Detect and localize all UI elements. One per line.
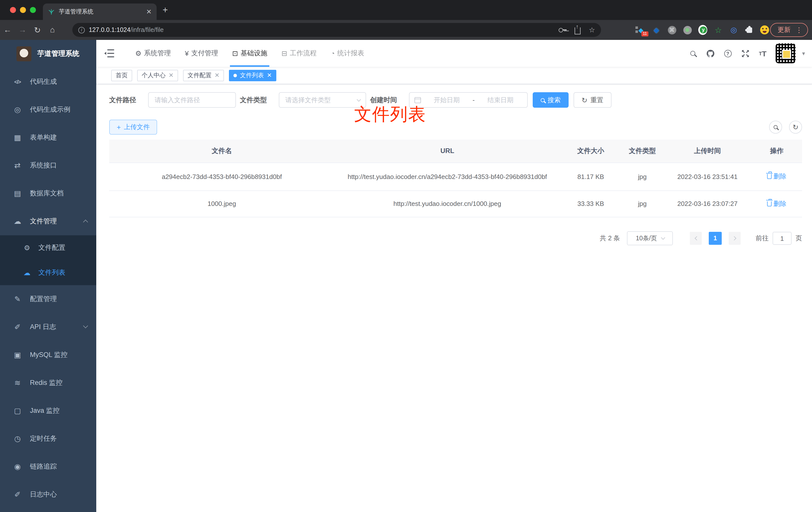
pie-chart-icon: ◔ xyxy=(331,49,335,57)
upload-file-button[interactable]: + 上传文件 xyxy=(109,120,157,134)
search-button[interactable]: 搜索 xyxy=(533,92,569,108)
browser-tab-title: 芋道管理系统 xyxy=(59,8,142,16)
extension-y-icon[interactable] xyxy=(698,25,707,34)
top-nav-payment[interactable]: ¥支付管理 xyxy=(178,40,225,67)
extension-diamond-icon[interactable]: ◆ 11 xyxy=(636,25,645,34)
close-icon[interactable]: ✕ xyxy=(267,72,272,78)
password-key-icon[interactable] xyxy=(559,28,567,32)
cell-file-url: http://test.yudao.iocoder.cn/1000.jpeg xyxy=(335,199,560,209)
close-icon[interactable]: ✕ xyxy=(214,72,220,78)
fullscreen-icon[interactable] xyxy=(741,49,750,58)
site-info-icon[interactable]: i xyxy=(78,27,85,33)
avatar[interactable] xyxy=(776,43,795,63)
extension-command-icon[interactable]: ⌘ xyxy=(667,25,676,34)
sidebar-item-form-builder[interactable]: ▦表单构建 xyxy=(0,124,96,152)
sidebar-item-trace[interactable]: ◉链路追踪 xyxy=(0,453,96,481)
zoom-window-button[interactable] xyxy=(30,7,36,13)
sidebar-item-config-management[interactable]: ✎配置管理 xyxy=(0,285,96,313)
tag-file-list[interactable]: 文件列表✕ xyxy=(229,69,276,81)
browser-update-button[interactable]: 更新 ⋮ xyxy=(770,23,808,37)
address-bar[interactable]: i 127.0.0.1:1024 /infra/file/file ☆ xyxy=(72,23,601,37)
extensions-puzzle-icon[interactable] xyxy=(745,25,754,34)
app-logo[interactable]: 芋道管理系统 xyxy=(0,40,96,68)
profile-emoji-icon[interactable] xyxy=(760,25,769,34)
browser-tabstrip: 芋道管理系统 ✕ + xyxy=(0,0,812,20)
extension-gem-icon[interactable]: ◆ xyxy=(652,25,661,34)
extension-star-icon[interactable]: ☆ xyxy=(714,25,723,34)
file-type-select[interactable]: 请选择文件类型 xyxy=(279,92,366,108)
extensions-area: ◆ 11 ◆ ⌘ ☆ ◎ xyxy=(636,20,769,40)
sidebar-item-file-list[interactable]: ☁文件列表 xyxy=(0,260,96,285)
reload-icon[interactable]: ↻ xyxy=(30,25,45,35)
reset-button[interactable]: ↻ 重置 xyxy=(574,92,611,108)
sidebar-item-code-generation[interactable]: </>代码生成 xyxy=(0,68,96,96)
next-page-button[interactable] xyxy=(729,232,741,245)
sidebar-item-file-management[interactable]: ☁文件管理 xyxy=(0,207,96,235)
chevron-left-icon xyxy=(695,236,699,241)
table-row: a294ecb2-73dd-4353-bf40-296b8931d0bf htt… xyxy=(109,162,802,190)
gear-icon: ⚙ xyxy=(23,244,31,252)
current-page-button[interactable]: 1 xyxy=(709,232,722,245)
timer-icon: ◷ xyxy=(13,434,22,443)
tag-home[interactable]: 首页 xyxy=(111,69,132,81)
delete-button[interactable]: 删除 xyxy=(767,198,787,209)
extension-eye-icon[interactable]: ◎ xyxy=(729,25,738,34)
plus-icon: + xyxy=(117,124,121,131)
goto-page-input[interactable] xyxy=(773,232,791,245)
start-date-placeholder[interactable]: 开始日期 xyxy=(425,95,469,104)
update-label: 更新 xyxy=(778,25,790,34)
github-icon[interactable] xyxy=(706,49,715,58)
sidebar-item-scheduled-tasks[interactable]: ◷定时任务 xyxy=(0,425,96,453)
header-search-icon[interactable] xyxy=(688,49,697,58)
end-date-placeholder[interactable]: 结束日期 xyxy=(478,95,522,104)
prev-page-button[interactable] xyxy=(690,232,702,245)
avatar-caret-icon[interactable]: ▼ xyxy=(801,51,806,56)
file-path-label: 文件路径 xyxy=(109,95,136,104)
date-range-picker[interactable]: 开始日期 - 结束日期 xyxy=(409,92,528,108)
sidebar-item-file-config[interactable]: ⚙文件配置 xyxy=(0,235,96,260)
document-edit-icon: ✐ xyxy=(13,323,22,332)
new-tab-button[interactable]: + xyxy=(163,5,168,14)
search-icon xyxy=(774,125,778,129)
top-nav-workflow[interactable]: ⊟工作流程 xyxy=(274,40,323,67)
help-icon[interactable]: ? xyxy=(723,49,732,58)
top-nav-infrastructure[interactable]: ⊡基础设施 xyxy=(225,40,274,67)
toggle-search-button[interactable] xyxy=(769,121,782,133)
edit-icon: ✎ xyxy=(13,295,22,304)
sidebar-item-api-log[interactable]: ✐API 日志 xyxy=(0,313,96,341)
browser-tab[interactable]: 芋道管理系统 ✕ xyxy=(43,3,156,20)
tab-close-icon[interactable]: ✕ xyxy=(146,8,152,16)
refresh-table-button[interactable]: ↻ xyxy=(789,121,802,133)
top-nav-system[interactable]: ⚙系统管理 xyxy=(128,40,178,67)
delete-button[interactable]: 删除 xyxy=(767,171,787,182)
sidebar-item-java-monitor[interactable]: ▢Java 监控 xyxy=(0,397,96,425)
chevron-up-icon xyxy=(83,220,88,224)
bookmark-star-icon[interactable]: ☆ xyxy=(589,26,595,34)
minimize-window-button[interactable] xyxy=(20,7,26,13)
back-icon[interactable]: ← xyxy=(0,25,15,34)
browser-menu-icon[interactable]: ⋮ xyxy=(795,26,803,34)
pagination: 共 2 条 10条/页 1 前往 页 xyxy=(109,231,802,245)
cell-file-size: 33.33 KB xyxy=(560,199,621,209)
top-nav: ⚙系统管理 ¥支付管理 ⊡基础设施 ⊟工作流程 ◔统计报表 xyxy=(128,40,371,67)
page-size-select[interactable]: 10条/页 xyxy=(627,231,673,245)
collapse-sidebar-icon[interactable] xyxy=(104,49,114,57)
extension-green-dot-icon[interactable] xyxy=(683,25,692,34)
file-path-input[interactable] xyxy=(148,92,236,108)
sidebar-item-redis-monitor[interactable]: ≋Redis 监控 xyxy=(0,369,96,397)
sidebar-item-db-doc[interactable]: ▤数据库文档 xyxy=(0,179,96,207)
tag-file-config[interactable]: 文件配置✕ xyxy=(183,69,224,81)
tag-profile[interactable]: 个人中心✕ xyxy=(137,69,178,81)
close-window-button[interactable] xyxy=(10,7,16,13)
home-icon[interactable]: ⌂ xyxy=(45,25,60,34)
close-icon[interactable]: ✕ xyxy=(169,72,174,78)
share-icon[interactable] xyxy=(575,27,581,34)
column-header-url: URL xyxy=(335,146,560,156)
top-nav-report[interactable]: ◔统计报表 xyxy=(324,40,371,67)
sidebar-item-log-center[interactable]: ✐日志中心 xyxy=(0,481,96,509)
forward-icon[interactable]: → xyxy=(15,25,30,34)
sidebar-item-code-example[interactable]: ◎代码生成示例 xyxy=(0,96,96,124)
font-size-icon[interactable]: TT xyxy=(758,49,767,58)
sidebar-item-system-api[interactable]: ⇄系统接口 xyxy=(0,152,96,179)
sidebar-item-mysql-monitor[interactable]: ▣MySQL 监控 xyxy=(0,341,96,369)
